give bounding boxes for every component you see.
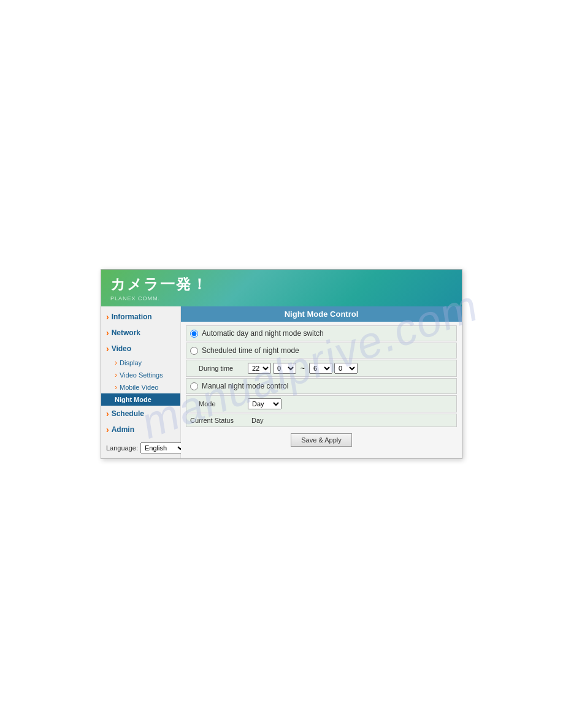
sidebar-item-label: Video [112,344,131,353]
arrow-icon: › [115,358,117,367]
arrow-icon: › [115,383,117,392]
content-body: Automatic day and night mode switch Sche… [181,322,462,455]
logo-text: カメラ一発！ [110,276,208,292]
header: カメラ一発！ PLANEX COMM. [101,270,462,306]
save-apply-button[interactable]: Save & Apply [291,433,351,447]
logo-sub: PLANEX COMM. [110,295,208,301]
option-scheduled-row: Scheduled time of night mode [186,343,457,358]
option-manual-row: Manual night mode control [186,378,457,394]
radio-manual[interactable] [190,382,198,390]
arrow-icon: › [106,344,109,354]
arrow-icon: › [106,312,109,322]
sidebar-sub-label: Display [120,359,142,366]
app-container: カメラ一発！ PLANEX COMM. › Information › Netw… [101,269,462,459]
sidebar: › Information › Network › Video › Displa… [101,306,181,458]
sidebar-item-video[interactable]: › Video [101,341,180,357]
sidebar-item-label: Schedule [112,409,144,418]
sidebar-sub-label: Mobile Video [120,384,158,391]
option-auto-label: Automatic day and night mode switch [202,329,324,338]
option-manual-label: Manual night mode control [202,382,288,390]
logo-area: カメラ一発！ PLANEX COMM. [110,275,208,301]
start-min-select[interactable]: 0 153045 [273,363,296,374]
content-title: Night Mode Control [181,306,462,322]
sidebar-item-schedule[interactable]: › Schedule [101,406,180,422]
content-area: Night Mode Control Automatic day and nig… [181,306,462,458]
sidebar-item-network[interactable]: › Network [101,325,180,341]
sidebar-item-label: Information [112,313,152,321]
mode-row: Mode Day Night [186,395,457,412]
sidebar-sub-mobile-video[interactable]: › Mobile Video [101,381,180,393]
language-row: Language: English Japanese [101,438,180,458]
end-hour-select[interactable]: 6 0123 4578 910 [309,363,332,374]
status-row: Current Status Day [186,414,457,427]
during-time-label: During time [199,365,248,372]
during-time-row: During time 22 0123 4567 891011 12131415… [186,360,457,377]
option-auto-row: Automatic day and night mode switch [186,325,457,341]
sidebar-active-label: Night Mode [115,396,151,403]
language-label: Language: [106,444,138,452]
sidebar-item-information[interactable]: › Information [101,309,180,325]
radio-auto[interactable] [190,330,198,338]
time-inputs: 22 0123 4567 891011 12131415 16171819 20… [248,363,358,374]
sidebar-sub-video-settings[interactable]: › Video Settings [101,369,180,381]
sidebar-item-admin[interactable]: › Admin [101,422,180,438]
sidebar-sub-label: Video Settings [120,371,163,379]
sidebar-item-label: Network [112,328,140,337]
end-min-select[interactable]: 0 153045 [334,363,358,374]
language-select[interactable]: English Japanese [140,442,186,453]
option-scheduled-label: Scheduled time of night mode [202,346,299,355]
sidebar-item-label: Admin [112,425,134,434]
status-value: Day [251,417,264,424]
arrow-icon: › [106,328,109,338]
arrow-icon: › [106,409,109,419]
radio-scheduled[interactable] [190,347,198,355]
button-row: Save & Apply [186,428,457,452]
arrow-icon: › [115,371,117,379]
status-label: Current Status [190,417,251,424]
start-hour-select[interactable]: 22 0123 4567 891011 12131415 16171819 20… [248,363,271,374]
mode-label: Mode [199,400,248,408]
main-layout: › Information › Network › Video › Displa… [101,306,462,458]
sidebar-sub-display[interactable]: › Display [101,357,180,369]
page-wrapper: manualprive.com カメラ一発！ PLANEX COMM. › In… [0,0,563,728]
mode-select[interactable]: Day Night [248,398,282,409]
arrow-icon: › [106,425,109,434]
tilde-separator: ~ [298,364,307,373]
sidebar-item-night-mode[interactable]: Night Mode [101,393,180,406]
